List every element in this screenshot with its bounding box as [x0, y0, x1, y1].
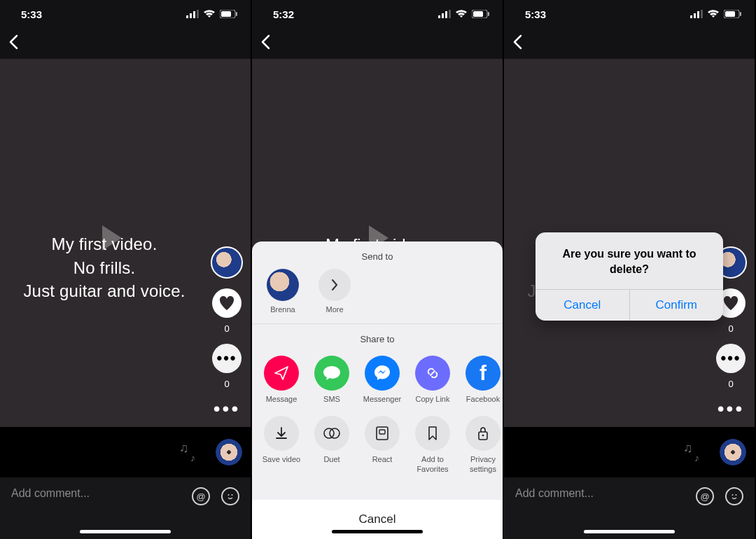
svg-point-8	[232, 494, 233, 496]
cellular-icon	[186, 10, 199, 18]
svg-rect-9	[438, 15, 440, 18]
status-bar: 5:32	[252, 0, 503, 28]
share-sms[interactable]: SMS	[312, 356, 351, 403]
alert-message: Are you sure you want to delete?	[536, 232, 723, 289]
wifi-icon	[455, 10, 468, 18]
screen-share-sheet: 5:32 My first video. Send to Brenna	[252, 0, 504, 539]
svg-point-7	[228, 494, 230, 496]
link-icon	[424, 365, 441, 382]
svg-rect-6	[236, 12, 237, 16]
svg-rect-1	[190, 13, 192, 18]
more-circle	[318, 269, 351, 301]
svg-rect-0	[186, 15, 188, 18]
video-player[interactable]: My first video. No frills. Just guitar a…	[0, 59, 251, 539]
back-button[interactable]	[8, 34, 18, 52]
action-duet[interactable]: Duet	[312, 416, 351, 475]
action-label: Privacy settings	[463, 455, 503, 475]
duet-icon	[323, 426, 341, 440]
svg-point-16	[324, 428, 334, 438]
status-indicators	[438, 10, 490, 18]
svg-rect-14	[473, 11, 483, 17]
action-react[interactable]: React	[363, 416, 402, 475]
share-label: SMS	[312, 395, 351, 403]
emoji-button[interactable]	[221, 487, 239, 505]
facebook-icon: f	[479, 361, 486, 385]
battery-icon	[220, 10, 238, 18]
author-avatar[interactable]	[211, 246, 243, 279]
share-label: Copy Link	[413, 395, 452, 403]
send-target-label: Brenna	[265, 305, 301, 314]
paper-plane-icon	[273, 365, 290, 382]
lock-icon	[477, 426, 489, 441]
svg-rect-2	[193, 11, 195, 18]
alert-confirm-button[interactable]: Confirm	[630, 290, 724, 321]
comment-bar: Add comment... @	[0, 477, 251, 539]
action-save-video[interactable]: Save video	[262, 416, 301, 475]
music-strip: ♫ ♪	[0, 427, 251, 477]
caption-line-2: No frills.	[0, 256, 209, 280]
svg-point-21	[482, 435, 484, 437]
contact-avatar	[267, 269, 299, 301]
svg-rect-15	[488, 12, 489, 16]
comment-input[interactable]: Add comment...	[11, 487, 185, 500]
comment-icons: @	[192, 487, 239, 505]
like-button[interactable]	[212, 288, 241, 318]
action-label: Save video	[262, 455, 301, 465]
top-nav	[0, 28, 251, 59]
side-actions: 0 ••• 0 •••	[210, 246, 244, 419]
caption-line-3: Just guitar and voice.	[0, 279, 209, 303]
home-indicator[interactable]	[332, 530, 423, 533]
comment-count: 0	[224, 379, 229, 389]
share-facebook[interactable]: f Facebook	[463, 356, 503, 403]
svg-rect-3	[197, 10, 199, 18]
smile-icon	[225, 491, 235, 501]
sound-disc[interactable]	[216, 439, 242, 465]
cancel-button[interactable]: Cancel	[252, 500, 503, 539]
react-icon	[375, 426, 389, 441]
cellular-icon	[438, 10, 451, 18]
svg-rect-5	[221, 11, 231, 17]
speech-bubble-icon	[323, 365, 341, 382]
top-nav	[252, 28, 503, 59]
svg-rect-11	[445, 11, 447, 18]
share-label: Messenger	[363, 395, 402, 403]
heart-icon	[218, 295, 235, 311]
like-count: 0	[224, 323, 229, 334]
send-target-more[interactable]: More	[316, 269, 353, 314]
share-button[interactable]: •••	[214, 399, 240, 419]
svg-rect-19	[379, 430, 385, 434]
share-message[interactable]: Message	[262, 356, 301, 403]
bookmark-icon	[427, 426, 438, 441]
share-label: Facebook	[463, 395, 503, 403]
action-label: Duet	[312, 455, 351, 465]
download-icon	[274, 426, 289, 441]
send-to-row: Brenna More	[252, 269, 503, 323]
caption-line-1: My first video.	[0, 232, 209, 256]
svg-rect-12	[449, 10, 451, 18]
mention-button[interactable]: @	[192, 487, 210, 505]
status-bar: 5:33	[0, 0, 251, 28]
send-target-brenna[interactable]: Brenna	[265, 269, 301, 314]
music-note-icon: ♫ ♪	[178, 438, 206, 466]
send-target-label: More	[316, 305, 353, 314]
ellipsis-icon: •••	[216, 349, 237, 368]
action-favorites[interactable]: Add to Favorites	[413, 416, 452, 475]
home-indicator[interactable]	[80, 530, 171, 533]
actions-row: Save video Duet React Add to Favorites P…	[252, 412, 503, 482]
share-copy-link[interactable]: Copy Link	[413, 356, 452, 403]
messenger-icon	[373, 364, 391, 382]
share-messenger[interactable]: Messenger	[363, 356, 402, 403]
svg-point-17	[330, 428, 340, 438]
video-caption: My first video. No frills. Just guitar a…	[0, 232, 209, 303]
alert-cancel-button[interactable]: Cancel	[536, 290, 630, 321]
delete-alert: Are you sure you want to delete? Cancel …	[536, 232, 723, 321]
share-sheet: Send to Brenna More Share to Message S	[252, 241, 503, 539]
status-indicators	[186, 10, 238, 18]
comment-button[interactable]: •••	[212, 344, 241, 373]
cancel-label: Cancel	[359, 512, 396, 526]
share-to-row: Message SMS Messenger Copy Link f Facebo…	[252, 351, 503, 412]
back-button[interactable]	[260, 34, 270, 52]
alert-buttons: Cancel Confirm	[536, 289, 723, 321]
action-privacy[interactable]: Privacy settings	[463, 416, 503, 475]
share-to-heading: Share to	[252, 324, 503, 351]
